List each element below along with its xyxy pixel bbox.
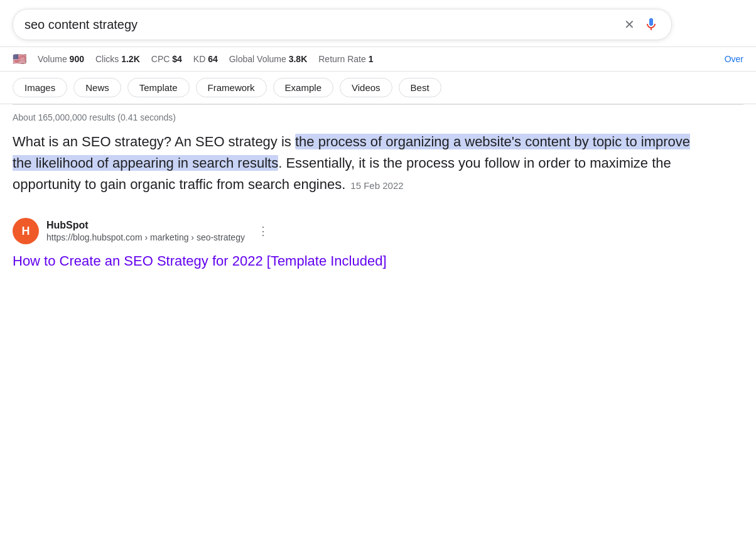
source-logo-letter: H [22,225,30,238]
chip-news[interactable]: News [73,78,121,97]
metrics-bar: 🇺🇸 Volume 900 Clicks 1.2K CPC $4 KD 64 G… [0,47,756,72]
source-info: HubSpot https://blog.hubspot.com › marke… [46,220,245,242]
snippet-text: What is an SEO strategy? An SEO strategy… [13,131,710,195]
source-name: HubSpot [46,220,245,231]
clicks-metric: Clicks 1.2K [95,54,140,64]
clicks-value: 1.2K [121,54,140,64]
return-rate-metric: Return Rate 1 [318,54,373,64]
search-bar[interactable]: seo content strategy ✕ [13,9,672,40]
return-rate-value: 1 [369,54,374,64]
search-bar-container: seo content strategy ✕ [0,0,756,47]
filter-chips: Images News Template Framework Example V… [0,72,756,104]
chip-example[interactable]: Example [273,78,333,97]
cpc-metric: CPC $4 [151,54,182,64]
chip-best[interactable]: Best [399,78,441,97]
chip-images[interactable]: Images [13,78,67,97]
kd-metric: KD 64 [193,54,218,64]
global-volume-metric: Global Volume 3.8K [229,54,308,64]
flag-icon: 🇺🇸 [13,52,26,66]
volume-metric: Volume 900 [38,54,84,64]
chip-framework[interactable]: Framework [196,78,267,97]
result-link[interactable]: How to Create an SEO Strategy for 2022 [… [0,249,756,271]
search-input[interactable]: seo content strategy [24,18,624,32]
source-url[interactable]: https://blog.hubspot.com › marketing › s… [46,232,245,242]
clear-icon[interactable]: ✕ [624,17,635,32]
snippet-text-before: What is an SEO strategy? An SEO strategy… [13,134,295,149]
results-info: About 165,000,000 results (0.41 seconds) [0,105,756,125]
source-row: H HubSpot https://blog.hubspot.com › mar… [0,208,756,249]
cpc-value: $4 [172,54,182,64]
global-volume-value: 3.8K [289,54,308,64]
source-options-icon[interactable]: ⋮ [257,224,269,238]
overflow-link[interactable]: Over [725,54,743,64]
mic-icon[interactable] [642,16,660,33]
volume-value: 900 [70,54,84,64]
kd-value: 64 [208,54,218,64]
featured-snippet: What is an SEO strategy? An SEO strategy… [0,125,722,208]
source-logo: H [13,218,39,244]
chip-videos[interactable]: Videos [340,78,392,97]
snippet-date: 15 Feb 2022 [350,180,403,191]
chip-template[interactable]: Template [127,78,190,97]
